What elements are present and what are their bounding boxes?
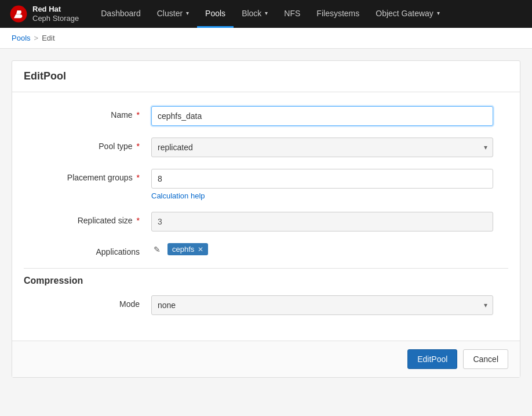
- breadcrumb: Pools > Edit: [0, 28, 532, 49]
- application-tag-label: cephfs: [172, 245, 194, 254]
- placement-groups-label: Placement groups *: [24, 169, 151, 182]
- redhat-logo: [9, 5, 28, 23]
- top-navbar: Red Hat Ceph Storage Dashboard Cluster ▾…: [0, 0, 532, 28]
- nav-objectgateway-label: Object Gateway: [376, 9, 433, 18]
- placement-groups-field-container: Calculation help: [151, 169, 493, 200]
- applications-edit-button[interactable]: ✎: [151, 244, 163, 255]
- replicated-size-field-group: Replicated size *: [24, 212, 508, 231]
- mode-select-wrapper: none aggressive passive force ▾: [151, 295, 493, 315]
- brand-text: Red Hat Ceph Storage: [32, 5, 79, 23]
- calculation-help-link[interactable]: Calculation help: [151, 191, 205, 200]
- nav-nfs-label: NFS: [284, 9, 300, 18]
- breadcrumb-current: Edit: [42, 34, 54, 42]
- calc-help-container: Calculation help: [151, 191, 493, 200]
- block-caret-icon: ▾: [265, 10, 268, 16]
- rep-size-required-marker: *: [137, 216, 140, 225]
- placement-groups-input[interactable]: [151, 169, 493, 189]
- edit-pool-panel: EditPool Name * Pool type * replicat: [12, 60, 520, 378]
- cluster-caret-icon: ▾: [186, 10, 189, 16]
- name-input[interactable]: [151, 106, 493, 126]
- nav-cluster-label: Cluster: [157, 9, 183, 18]
- pool-type-select-wrapper: replicated erasure ▾: [151, 138, 493, 157]
- compression-section-header: Compression: [24, 268, 508, 295]
- panel-footer: EditPool Cancel: [12, 341, 520, 377]
- objectgateway-caret-icon: ▾: [437, 10, 440, 16]
- applications-label: Applications: [24, 243, 151, 256]
- nav-menu: Dashboard Cluster ▾ Pools Block ▾ NFS Fi…: [93, 0, 448, 28]
- placement-groups-field-group: Placement groups * Calculation help: [24, 169, 508, 200]
- applications-field: ✎ cephfs ✕: [151, 243, 208, 255]
- nav-item-objectgateway[interactable]: Object Gateway ▾: [367, 0, 448, 28]
- panel-body: Name * Pool type * replicated erasure ▾: [12, 92, 520, 341]
- page-title: EditPool: [24, 70, 66, 82]
- pool-type-select[interactable]: replicated erasure: [151, 138, 493, 157]
- brand: Red Hat Ceph Storage: [9, 5, 79, 23]
- edit-pool-submit-button[interactable]: EditPool: [407, 349, 457, 369]
- nav-pools-label: Pools: [205, 9, 225, 18]
- pool-type-field-group: Pool type * replicated erasure ▾: [24, 138, 508, 157]
- mode-field-group: Mode none aggressive passive force ▾: [24, 295, 508, 315]
- nav-item-block[interactable]: Block ▾: [234, 0, 276, 28]
- nav-item-nfs[interactable]: NFS: [276, 0, 308, 28]
- panel-header: EditPool: [12, 61, 520, 92]
- pool-type-label: Pool type *: [24, 138, 151, 151]
- cancel-button[interactable]: Cancel: [463, 349, 508, 369]
- nav-block-label: Block: [242, 9, 261, 18]
- pencil-icon: ✎: [154, 245, 161, 254]
- nav-item-pools[interactable]: Pools: [197, 0, 234, 28]
- pg-required-marker: *: [137, 173, 140, 182]
- name-label: Name *: [24, 106, 151, 120]
- mode-label: Mode: [24, 295, 151, 309]
- main-content: EditPool Name * Pool type * replicat: [0, 49, 532, 389]
- application-tag-remove-button[interactable]: ✕: [198, 246, 203, 253]
- application-tag-cephfs: cephfs ✕: [167, 243, 208, 255]
- breadcrumb-separator: >: [34, 34, 39, 42]
- nav-dashboard-label: Dashboard: [101, 9, 141, 18]
- name-required-marker: *: [137, 110, 140, 120]
- replicated-size-input[interactable]: [151, 212, 493, 231]
- replicated-size-label: Replicated size *: [24, 212, 151, 225]
- applications-field-group: Applications ✎ cephfs ✕: [24, 243, 508, 256]
- nav-filesystems-label: Filesystems: [316, 9, 359, 18]
- nav-item-cluster[interactable]: Cluster ▾: [149, 0, 197, 28]
- breadcrumb-pools-link[interactable]: Pools: [12, 34, 31, 42]
- mode-select[interactable]: none aggressive passive force: [151, 295, 493, 315]
- name-field-group: Name *: [24, 106, 508, 126]
- nav-item-filesystems[interactable]: Filesystems: [308, 0, 367, 28]
- pool-type-required-marker: *: [137, 142, 140, 151]
- nav-item-dashboard[interactable]: Dashboard: [93, 0, 149, 28]
